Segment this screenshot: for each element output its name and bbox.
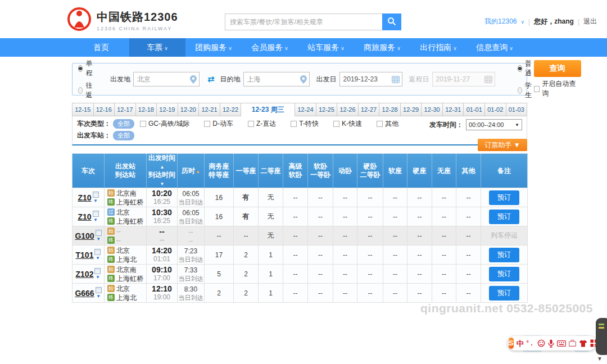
train-number-link[interactable]: T101 — [76, 251, 94, 260]
date-tab-12-22[interactable]: 12-22 — [220, 103, 242, 116]
train-type-checkbox-GC-高铁/城际[interactable]: GC-高铁/城际 — [140, 119, 189, 129]
train-type-option-label: 其他 — [385, 119, 398, 129]
depart-station-all-badge[interactable]: 全部 — [113, 131, 134, 140]
auto-query-label: 开启自动查询 — [542, 79, 581, 98]
expand-arrow-icon[interactable]: ▼ — [93, 198, 98, 203]
seat-cell: -- — [283, 284, 308, 303]
skin-shirt-icon[interactable] — [579, 340, 587, 347]
duration: 06:05 — [178, 189, 204, 198]
site-logo[interactable]: 中国铁路12306 12306 CHINA RAILWAY — [66, 6, 178, 34]
oneway-radio[interactable]: 单程 — [78, 59, 94, 78]
nav-item-会员服务[interactable]: 会员服务∨ — [242, 38, 298, 57]
date-tab-12-29[interactable]: 12-29 — [401, 103, 422, 116]
date-tab-12-23 周三[interactable]: 12-23 周三 — [241, 103, 295, 116]
book-button[interactable]: 预订 — [489, 286, 519, 301]
sogou-logo-icon[interactable]: S — [509, 338, 514, 349]
train-type-checkbox-K-快速[interactable]: K-快速 — [333, 119, 362, 129]
depart-date-field: 出发日 — [316, 72, 402, 87]
book-button[interactable]: 预订 — [489, 210, 519, 224]
search-input[interactable] — [225, 13, 382, 30]
date-tab-12-16[interactable]: 12-16 — [94, 103, 115, 116]
col-header-出发时间-到达时间[interactable]: 出发时间▲到达时间▼ — [147, 154, 178, 188]
booking-helper-button[interactable]: 订票助手 ▼ — [478, 139, 527, 151]
date-tab-12-20[interactable]: 12-20 — [178, 103, 200, 116]
stations-cell: 始北京南终上海虹桥 — [105, 265, 147, 284]
train-type-checkbox-其他[interactable]: 其他 — [377, 119, 398, 129]
seat-cell: -- — [432, 265, 456, 284]
sort-arrow-icon[interactable]: ▼ — [160, 181, 165, 186]
nav-item-站车服务[interactable]: 站车服务∨ — [298, 38, 354, 57]
search-button[interactable] — [382, 13, 401, 30]
nav-item-信息查询[interactable]: 信息查询∨ — [466, 38, 523, 57]
train-number-link[interactable]: Z10 — [78, 193, 91, 202]
swap-stations-icon[interactable]: ⇄ — [207, 74, 215, 84]
normal-passenger-radio[interactable]: 普通 — [518, 59, 534, 78]
toolbox-icon[interactable] — [569, 340, 576, 347]
expand-arrow-icon[interactable]: ▼ — [96, 256, 100, 261]
date-tab-12-21[interactable]: 12-21 — [199, 103, 220, 116]
book-button[interactable]: 预订 — [489, 267, 519, 281]
nav-item-团购服务[interactable]: 团购服务∨ — [185, 38, 242, 57]
keyboard-icon[interactable] — [557, 340, 566, 347]
date-tab-12-26[interactable]: 12-26 — [337, 103, 359, 116]
nav-item-商旅服务[interactable]: 商旅服务∨ — [354, 38, 410, 57]
expand-arrow-icon[interactable]: ▼ — [96, 294, 101, 299]
seat-cell: 2 — [205, 284, 234, 303]
student-passenger-radio[interactable]: 学生 — [518, 81, 534, 100]
date-tab-12-27[interactable]: 12-27 — [359, 103, 380, 116]
date-tab-12-31[interactable]: 12-31 — [443, 103, 464, 116]
train-number-link[interactable]: G100 — [75, 231, 94, 240]
seat-cell: -- — [383, 265, 407, 284]
nav-item-车票[interactable]: 车票∨ — [129, 38, 185, 57]
depart-time-select[interactable]: 00:00--24:00 ▼ — [466, 119, 522, 130]
chinese-mode-icon[interactable]: 中 — [517, 340, 524, 347]
chevron-down-icon: ∨ — [397, 46, 401, 51]
depart-time-label: 发车时间： — [429, 120, 463, 130]
date-tab-12-18[interactable]: 12-18 — [136, 103, 157, 116]
query-button[interactable]: 查询 — [534, 60, 581, 77]
book-button[interactable]: 预订 — [489, 190, 519, 205]
emoji-icon[interactable] — [537, 339, 545, 347]
train-number-link[interactable]: G666 — [75, 289, 94, 298]
date-tab-12-24[interactable]: 12-24 — [295, 103, 316, 116]
sort-arrow-icon[interactable]: ▲ — [196, 169, 200, 174]
voice-mic-icon[interactable] — [548, 339, 554, 348]
sort-arrow-icon[interactable]: ▲ — [160, 165, 165, 170]
train-type-checkbox-Z-直达[interactable]: Z-直达 — [248, 119, 276, 129]
floating-widget[interactable] — [596, 318, 607, 355]
seat-cell: -- — [432, 188, 456, 207]
filter-panel: 车次类型： 全部 GC-高铁/城际D-动车Z-直达T-特快K-快速其他 发车时间… — [72, 116, 527, 145]
select-arrow-icon: ▼ — [515, 122, 519, 128]
date-tab-12-17[interactable]: 12-17 — [115, 103, 136, 116]
scroll-down-arrow-icon[interactable]: ▼ — [597, 356, 603, 362]
date-tab-01-01[interactable]: 01-01 — [464, 103, 485, 116]
roundtrip-radio[interactable]: 往返 — [78, 81, 94, 100]
train-type-checkbox-D-动车[interactable]: D-动车 — [204, 119, 233, 129]
expand-arrow-icon[interactable]: ▼ — [93, 217, 98, 222]
col-header-历时[interactable]: 历时▲ — [178, 154, 205, 188]
date-tab-01-02[interactable]: 01-02 — [485, 103, 506, 116]
auto-query-checkbox[interactable]: 开启自动查询 — [534, 79, 581, 98]
date-tab-12-19[interactable]: 12-19 — [157, 103, 178, 116]
nav-item-首页[interactable]: 首页 — [73, 38, 129, 57]
date-tab-01-03[interactable]: 01-03 — [506, 103, 528, 116]
location-pin-icon — [300, 75, 307, 86]
seat-cell: -- — [432, 245, 456, 265]
train-type-all-badge[interactable]: 全部 — [113, 119, 134, 129]
date-tab-12-30[interactable]: 12-30 — [422, 103, 443, 116]
expand-arrow-icon[interactable]: ▼ — [96, 275, 100, 280]
my-12306-link[interactable]: 我的12306 — [484, 17, 517, 26]
nav-item-出行指南[interactable]: 出行指南∨ — [410, 38, 466, 57]
expand-arrow-icon[interactable]: ▼ — [96, 236, 101, 242]
stations-cell: 始--终-- — [105, 226, 147, 245]
date-tab-12-28[interactable]: 12-28 — [379, 103, 401, 116]
book-button[interactable]: 预订 — [489, 248, 519, 262]
date-tab-12-15[interactable]: 12-15 — [73, 103, 94, 116]
logout-link[interactable]: 退出 — [583, 17, 597, 26]
date-tab-12-25[interactable]: 12-25 — [316, 103, 338, 116]
train-type-checkbox-T-特快[interactable]: T-特快 — [291, 119, 319, 129]
train-number-link[interactable]: Z10 — [78, 212, 91, 221]
train-number-link[interactable]: Z102 — [76, 270, 94, 279]
punctuation-icon[interactable]: °， — [527, 339, 534, 347]
seat-cell: -- — [308, 265, 333, 284]
